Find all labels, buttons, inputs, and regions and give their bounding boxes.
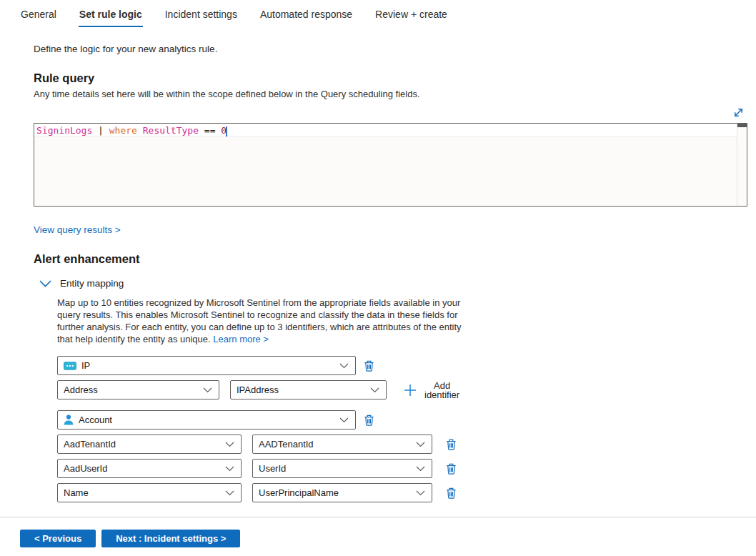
account-icon: [64, 414, 74, 425]
editor-toolbar: [34, 106, 747, 119]
identifier-value: AadTenantId: [64, 439, 116, 450]
intro-text: Define the logic for your new analytics …: [34, 44, 756, 54]
dropdown-chevron-icon: [416, 466, 425, 472]
query-code: SigninLogs | where ResultType == 0: [34, 124, 747, 137]
identifier-field-value: IPAddress: [237, 384, 279, 395]
ip-icon: [64, 362, 76, 370]
identifier-field-value: AADTenantId: [259, 439, 314, 450]
rule-query-subtitle: Any time details set here will be within…: [34, 89, 756, 99]
delete-entity-button[interactable]: [364, 414, 374, 427]
add-identifier-label-line2: identifier: [424, 390, 459, 399]
dropdown-chevron-icon: [339, 363, 349, 369]
identifier-dropdown[interactable]: Address: [57, 380, 219, 399]
dropdown-chevron-icon: [416, 442, 425, 447]
delete-identifier-button[interactable]: [446, 462, 457, 475]
tab-incident-settings[interactable]: Incident settings: [164, 7, 238, 27]
tab-set-rule-logic[interactable]: Set rule logic: [79, 7, 143, 27]
identifier-field-dropdown[interactable]: AADTenantId: [252, 435, 432, 454]
identifier-field-dropdown[interactable]: IPAddress: [230, 380, 387, 399]
identifier-field-dropdown[interactable]: UserPrincipalName: [252, 483, 432, 502]
identifier-value: Address: [64, 384, 98, 395]
next-button[interactable]: Next : Incident settings >: [101, 530, 240, 547]
learn-more-link[interactable]: Learn more >: [213, 334, 269, 344]
plus-icon: [404, 384, 417, 397]
delete-identifier-button[interactable]: [446, 487, 457, 500]
entity-mapping-label: Entity mapping: [60, 278, 124, 289]
dropdown-chevron-icon: [225, 466, 234, 472]
entity-block-account: Account AadTenantId: [57, 410, 756, 502]
text-caret: [226, 126, 227, 136]
entity-mapping-header[interactable]: Entity mapping: [39, 278, 756, 289]
dropdown-chevron-icon: [370, 387, 379, 393]
entity-block-ip: IP Address: [57, 356, 756, 399]
identifier-dropdown[interactable]: Name: [57, 483, 242, 502]
dropdown-chevron-icon: [416, 490, 425, 496]
editor-scrollbar-thumb[interactable]: [737, 124, 747, 127]
rule-query-title: Rule query: [34, 71, 756, 85]
tab-review-create[interactable]: Review + create: [374, 7, 448, 27]
delete-identifier-button[interactable]: [446, 438, 457, 451]
previous-button[interactable]: < Previous: [20, 530, 96, 547]
query-editor[interactable]: SigninLogs | where ResultType == 0: [34, 123, 747, 207]
tab-automated-response[interactable]: Automated response: [259, 7, 353, 27]
identifier-field-value: UserPrincipalName: [259, 487, 339, 498]
entity-type-dropdown-ip[interactable]: IP: [57, 356, 356, 375]
entity-mapping-description: Map up to 10 entities recognized by Micr…: [57, 297, 467, 345]
identifier-dropdown[interactable]: AadTenantId: [57, 435, 242, 454]
view-query-results-link[interactable]: View query results >: [34, 224, 121, 235]
editor-scrollbar[interactable]: [737, 124, 747, 206]
expand-editor-icon[interactable]: [732, 106, 745, 119]
entity-type-value: Account: [79, 414, 112, 425]
identifier-field-value: UserId: [259, 463, 286, 474]
add-identifier-label-line1: Add: [424, 381, 459, 390]
dropdown-chevron-icon: [225, 490, 234, 496]
wizard-footer: < Previous Next : Incident settings >: [0, 517, 756, 556]
entity-type-dropdown-account[interactable]: Account: [57, 410, 356, 430]
delete-entity-button[interactable]: [364, 359, 374, 372]
identifier-value: AadUserId: [64, 463, 107, 474]
dropdown-chevron-icon: [225, 442, 234, 447]
alert-enhancement-title: Alert enhancement: [34, 252, 756, 266]
add-identifier-button[interactable]: Add identifier: [404, 381, 459, 399]
entity-type-value: IP: [81, 360, 90, 371]
identifier-dropdown[interactable]: AadUserId: [57, 459, 242, 478]
dropdown-chevron-icon: [203, 387, 212, 393]
identifier-field-dropdown[interactable]: UserId: [252, 459, 432, 478]
chevron-down-icon: [39, 280, 51, 287]
dropdown-chevron-icon: [339, 417, 349, 423]
identifier-value: Name: [64, 487, 89, 498]
tab-general[interactable]: General: [20, 7, 57, 27]
wizard-tabbar: General Set rule logic Incident settings…: [0, 0, 756, 27]
